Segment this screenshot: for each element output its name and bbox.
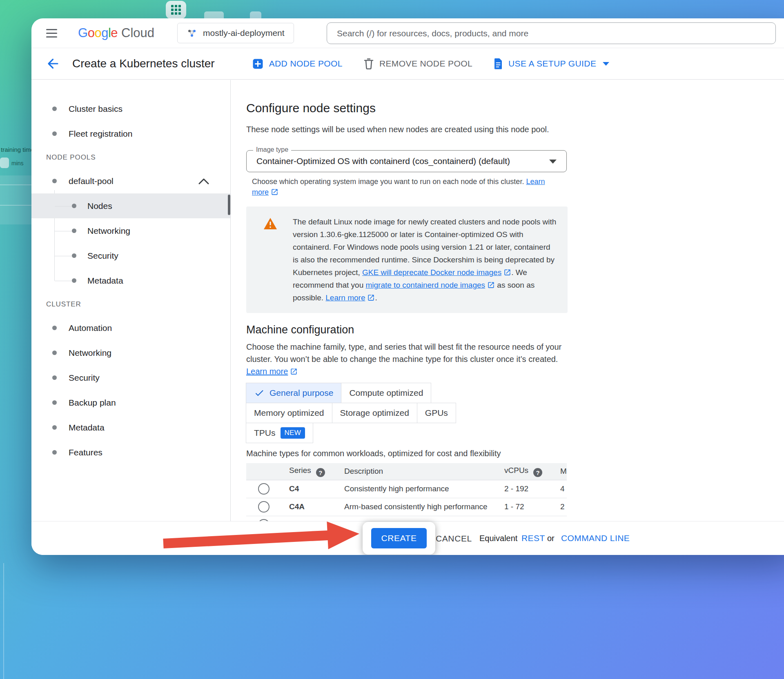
sidebar-item-backup-plan[interactable]: Backup plan	[31, 390, 230, 415]
default-pool-subitems: Nodes Networking Security Metadata	[31, 193, 230, 293]
rest-link[interactable]: REST	[521, 533, 545, 543]
bullet-dot	[72, 253, 76, 258]
bullet-dot	[52, 450, 57, 455]
tab-storage-optimized[interactable]: Storage optimized	[332, 403, 417, 423]
image-type-value: Container-Optimized OS with containerd (…	[256, 156, 510, 166]
project-selector[interactable]: mostly-ai-deployment	[177, 23, 294, 43]
tab-tpus[interactable]: TPUs NEW	[246, 423, 313, 443]
learn-more-link[interactable]: Learn more	[246, 367, 298, 376]
sidebar-item-fleet-registration[interactable]: Fleet registration	[31, 121, 230, 146]
help-icon[interactable]	[316, 468, 325, 477]
external-link-icon	[487, 281, 495, 289]
warning-text: The default Linux node image for newly c…	[293, 215, 557, 304]
chevron-down-icon	[603, 62, 609, 66]
dropdown-caret-icon	[549, 160, 557, 164]
table-row-c4[interactable]: C4 Consistently high performance 2 - 192…	[246, 480, 567, 498]
external-link-icon	[271, 188, 278, 196]
sidebar-subitem-security[interactable]: Security	[31, 243, 230, 268]
create-button[interactable]: CREATE	[371, 528, 426, 548]
external-link-icon	[367, 294, 375, 302]
trash-icon	[364, 58, 374, 69]
scrollbar-thumb[interactable]	[228, 195, 230, 215]
or-label: or	[547, 534, 555, 543]
bullet-dot	[72, 229, 76, 233]
hamburger-icon	[46, 29, 57, 30]
command-line-link[interactable]: COMMAND LINE	[561, 533, 630, 543]
topbar: Google Cloud mostly-ai-deployment	[31, 18, 784, 48]
header-actions: ADD NODE POOL REMOVE NODE POOL USE A SET…	[252, 58, 610, 69]
check-icon	[254, 388, 265, 398]
chevron-up-icon[interactable]	[198, 178, 209, 184]
use-setup-guide-button[interactable]: USE A SETUP GUIDE	[494, 58, 609, 69]
bullet-dot	[72, 278, 76, 283]
sidebar-subitem-metadata[interactable]: Metadata	[31, 268, 230, 293]
bullet-dot	[52, 326, 57, 330]
document-icon	[494, 58, 503, 69]
sidebar-item-automation[interactable]: Automation	[31, 315, 230, 340]
arrow-back-icon	[46, 57, 60, 71]
background-app-chip	[166, 1, 186, 19]
machine-config-title: Machine configuration	[246, 323, 784, 337]
project-icon	[187, 28, 197, 38]
machine-family-tabs: General purpose Compute optimized Memory…	[246, 383, 501, 443]
bullet-dot	[52, 351, 57, 355]
section-title: Configure node settings	[246, 100, 784, 116]
sidebar-subitem-nodes[interactable]: Nodes	[31, 193, 230, 218]
sidebar-section-cluster: CLUSTER	[31, 293, 230, 315]
bullet-dot	[52, 375, 57, 380]
main-panel: Configure node settings These node setti…	[231, 80, 784, 521]
col-description: Description	[344, 463, 504, 480]
tab-compute-optimized[interactable]: Compute optimized	[341, 383, 431, 403]
section-subtitle: These node settings will be used when ne…	[246, 124, 784, 135]
col-series: Series	[283, 463, 344, 480]
sidebar-item-cluster-basics[interactable]: Cluster basics	[31, 96, 230, 121]
sidebar-item-metadata[interactable]: Metadata	[31, 415, 230, 440]
background-text-training-time: training time	[1, 146, 34, 153]
new-badge: NEW	[281, 427, 305, 439]
image-type-label: Image type	[253, 146, 291, 153]
image-type-select[interactable]: Image type Container-Optimized OS with c…	[246, 150, 567, 172]
col-vcpus: vCPUs	[504, 463, 560, 480]
tab-gpus[interactable]: GPUs	[417, 403, 456, 423]
sidebar-item-default-pool[interactable]: default-pool	[31, 169, 230, 193]
bullet-dot	[52, 425, 57, 430]
sidebar-subitem-networking[interactable]: Networking	[31, 218, 230, 243]
create-button-highlight: CREATE	[363, 522, 435, 555]
back-button[interactable]	[42, 53, 63, 74]
learn-more-link[interactable]: Learn more	[325, 293, 375, 302]
migrate-containerd-link[interactable]: migrate to containerd node images	[365, 281, 495, 289]
bullet-dot	[72, 204, 76, 208]
search-input[interactable]	[327, 22, 776, 44]
radio-button-c4[interactable]	[258, 483, 270, 495]
help-icon[interactable]	[533, 468, 542, 477]
cancel-button[interactable]: CANCEL	[436, 521, 472, 555]
page-header: Create a Kubernetes cluster ADD NODE POO…	[31, 48, 784, 80]
sidebar-item-networking[interactable]: Networking	[31, 340, 230, 365]
table-row-n4[interactable]: N4 Flexible & cost-optimized 2 - 80 4	[246, 516, 567, 521]
background-fragment	[0, 175, 31, 224]
tab-memory-optimized[interactable]: Memory optimized	[246, 403, 332, 423]
sidebar-item-security[interactable]: Security	[31, 365, 230, 390]
add-node-pool-button[interactable]: ADD NODE POOL	[252, 58, 343, 69]
content-area: Cluster basics Fleet registration NODE P…	[31, 80, 784, 521]
background-fragment	[0, 205, 31, 206]
background-fragment	[0, 158, 9, 168]
bullet-dot	[52, 131, 57, 136]
col-radio	[246, 463, 283, 480]
google-cloud-logo: Google Cloud	[78, 26, 154, 40]
sidebar-item-features[interactable]: Features	[31, 440, 230, 465]
radio-button-c4a[interactable]	[258, 501, 270, 513]
sidebar-section-node-pools: NODE POOLS	[31, 146, 230, 169]
machine-types-note: Machine types for common workloads, opti…	[246, 449, 784, 458]
col-memory: M	[560, 463, 567, 480]
background-text-mins: mins	[11, 160, 24, 166]
table-row-c4a[interactable]: C4A Arm-based consistently high performa…	[246, 498, 567, 516]
menu-button[interactable]	[46, 24, 65, 42]
remove-node-pool-button[interactable]: REMOVE NODE POOL	[364, 58, 472, 69]
tab-general-purpose[interactable]: General purpose	[246, 383, 341, 403]
footer-bar: CREATE CANCEL Equivalent REST or COMMAND…	[31, 521, 784, 555]
deprecate-docker-link[interactable]: GKE will deprecate Docker node images	[362, 268, 511, 277]
search-bar	[327, 22, 776, 44]
grid-app-icon	[171, 4, 181, 15]
project-name: mostly-ai-deployment	[203, 28, 285, 38]
